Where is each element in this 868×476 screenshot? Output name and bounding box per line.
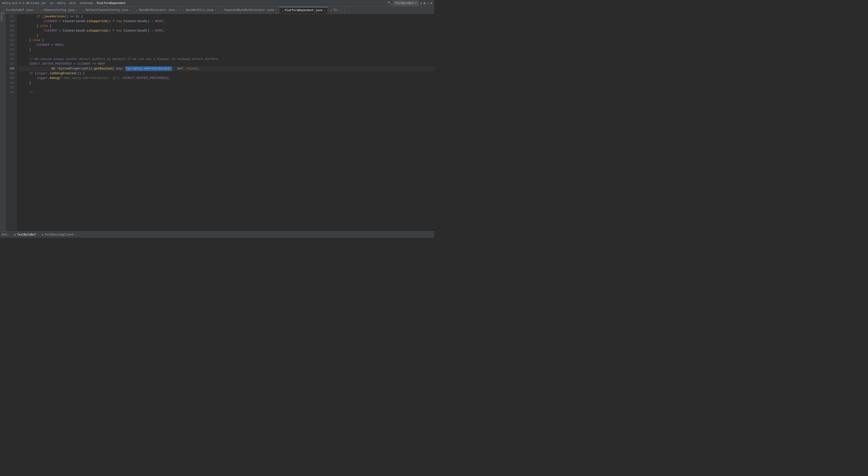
tab-close[interactable]: ✕ (324, 9, 325, 12)
tab-icon: ☕ (40, 8, 42, 12)
tab-unpooledbytebufallocator[interactable]: ☕ UnpooledByteBufAllocator.java ✕ (219, 7, 279, 13)
tab-label: ChannelConfig.java (44, 8, 75, 12)
gutter-192 (19, 38, 22, 43)
bc-netty[interactable]: netty (57, 2, 65, 5)
code-line: } (19, 33, 434, 38)
tab-label: PlatformDependent.java (285, 9, 322, 12)
console-tab-label-text: TestByteBuf (17, 233, 36, 236)
gutter-201 (19, 80, 22, 85)
gutter-189 (19, 24, 22, 28)
gutter-195 (19, 52, 22, 57)
tab-close[interactable]: ✕ (177, 9, 178, 11)
maximize-icon[interactable]: ⊡ (430, 1, 432, 5)
bc-internal[interactable]: internal (80, 2, 93, 5)
console-tab-testbacklogclient[interactable]: ▶ TestBacklogClient ✕ (42, 233, 76, 236)
code-line: DIRECT_BUFFER_PREFERRED = CLEANER != NOO… (19, 62, 434, 66)
close-icon[interactable]: ✕ (427, 1, 429, 5)
gutter-199 (19, 71, 22, 76)
console-tab-bar: Run: ▶ TestByteBuf ✕ ▶ TestBacklogClient… (0, 232, 434, 238)
run-config[interactable]: TestByteBuf ▾ (393, 1, 418, 6)
tab-platformdependent[interactable]: ☕ PlatformDependent.java ✕ (279, 7, 328, 13)
tab-label: DefaultChannelConfig.java (86, 8, 128, 12)
gutter-193 (19, 43, 22, 47)
code-line: } else { (19, 24, 434, 28)
tab-icon: ☕ (2, 8, 4, 12)
run-icon2: ▶ (42, 233, 44, 236)
tab-icon: ☕ (330, 8, 332, 12)
tab-channelconfig[interactable]: ☕ ChannelConfig.java ✕ (38, 7, 80, 13)
tab-close[interactable]: ✕ (275, 9, 277, 11)
tab-icon: ☕ (82, 8, 84, 12)
left-sidebar: 1: Project (0, 14, 5, 231)
tab-close[interactable]: ✕ (34, 9, 36, 11)
code-line: CLEANER = CleanerJava9.isSupported() ? n… (19, 19, 434, 24)
code-content[interactable]: if (javaVersion() >= 9) { CLEANER = Clea… (17, 14, 434, 231)
tab-testbytebuf[interactable]: ☕ TestByteBuf.java ✕ (0, 7, 38, 13)
gutter-188 (19, 19, 22, 24)
bc-util[interactable]: util (69, 2, 76, 5)
console-tab-close[interactable]: ✕ (37, 233, 38, 236)
gutter-190 (19, 28, 22, 33)
editor-area[interactable]: 187 188 189 190 191 192 193 194 195 196 … (5, 14, 434, 231)
tab-label: UnpooledByteBufAllocator.java (224, 8, 274, 12)
tab-label: ByteBufUtil.java (186, 8, 213, 12)
tab-bytebufallocator[interactable]: ☕ ByteBufAllocator.java ✕ (134, 7, 181, 13)
tab-label: Te... (334, 8, 342, 12)
chevron-down-icon: ▾ (415, 1, 416, 5)
bc-class: PlatformDependent (97, 2, 126, 5)
gutter-187 (19, 14, 22, 19)
settings-icon[interactable]: ⚙ (424, 1, 426, 5)
code-line: CLEANER = NOOP; (19, 43, 434, 47)
code-line: CLEANER = CleanerJava6.isSupported() ? n… (19, 28, 434, 33)
tab-label: ByteBufAllocator.java (139, 8, 175, 12)
bc-io[interactable]: io (50, 2, 53, 5)
back-icon[interactable]: 🔨 (388, 1, 392, 5)
toolbar-right: 🔨 TestByteBuf ▾ ↺ ⚙ ✕ ⊡ (388, 1, 432, 6)
tab-icon: ☕ (183, 8, 185, 12)
tab-icon: ☕ (221, 8, 223, 12)
tab-bytebufutil[interactable]: ☕ ByteBufUtil.java ✕ (181, 7, 219, 13)
code-line: if (logger.isDebugEnabled()) { (19, 71, 434, 76)
line-numbers: 187 188 189 190 191 192 193 194 195 196 … (5, 14, 17, 231)
breadcrumb: netty-all-4.1.39.Final.jar › io › netty … (2, 2, 386, 5)
title-bar: netty-all-4.1.39.Final.jar › io › netty … (0, 0, 434, 7)
gutter-194 (19, 47, 22, 52)
tab-close[interactable]: ✕ (130, 9, 131, 11)
code-line (19, 52, 434, 57)
tab-defaultchannelconfig[interactable]: ☕ DefaultChannelConfig.java ✕ (80, 7, 133, 13)
code-line: logger.debug("-Dio.netty.noPreferDirect:… (19, 76, 434, 80)
tab-close[interactable]: ✕ (76, 9, 77, 11)
tab-close[interactable]: ✕ (215, 9, 216, 11)
gutter-191 (19, 33, 22, 38)
jar-name: netty-all-4.1.39.Final.jar (2, 2, 46, 5)
console-tab-close2[interactable]: ✕ (75, 233, 76, 236)
code-line: } (19, 80, 434, 85)
tab-te[interactable]: ☕ Te... (328, 7, 344, 13)
tab-label: TestByteBuf.java (5, 8, 33, 12)
gutter-202 (19, 85, 22, 90)
run-icon: ▶ (14, 233, 16, 236)
run-label: Run: (2, 233, 9, 236)
code-line: if (javaVersion() >= 9) { (19, 14, 434, 19)
gutter-200 (19, 76, 22, 80)
code-line: } (19, 47, 434, 52)
code-line (19, 85, 434, 90)
tab-bar: ☕ TestByteBuf.java ✕ ☕ ChannelConfig.jav… (0, 7, 434, 14)
console-tab-testbytebuf[interactable]: ▶ TestByteBuf ✕ (14, 233, 38, 236)
code-line: // We should always prefer direct buffer… (19, 57, 434, 62)
tab-icon: ☕ (136, 8, 138, 12)
project-icon[interactable]: 1: Project (0, 15, 5, 19)
tab-icon: ☕ (282, 9, 283, 12)
console-tab-label2-text: TestBacklogClient (45, 233, 74, 236)
main-layout: 1: Project 187 188 189 190 191 192 193 1… (0, 14, 434, 231)
console-panel: Run: ▶ TestByteBuf ✕ ▶ TestBacklogClient… (0, 231, 434, 238)
code-line: /* (19, 90, 434, 95)
gutter-196 (19, 57, 22, 62)
code-line-highlighted: && !SystemPropertyUtil.getBoolean( key: … (19, 66, 434, 71)
gutter-197 (19, 62, 22, 66)
refresh-icon[interactable]: ↺ (420, 1, 422, 5)
code-line: } else { (19, 38, 434, 43)
gutter-198 (19, 66, 22, 71)
run-config-label: TestByteBuf (395, 2, 414, 5)
gutter-203 (19, 90, 22, 95)
